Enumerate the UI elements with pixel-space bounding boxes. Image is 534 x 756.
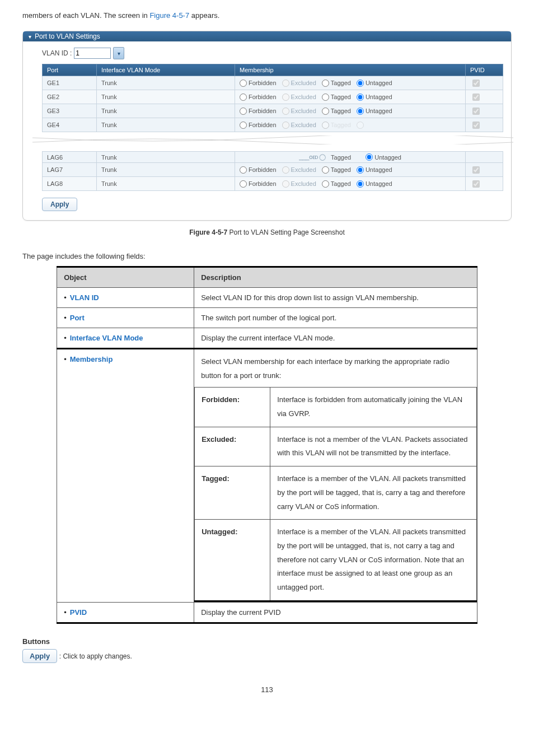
membership-item-row: Excluded:Interface is not a member of th…: [195, 427, 477, 466]
mode-cell: Trunk: [97, 104, 235, 118]
forbidden-radio[interactable]: [240, 94, 247, 101]
forbidden-radio[interactable]: [240, 108, 247, 115]
tagged-radio[interactable]: [322, 122, 329, 129]
forbidden-radio[interactable]: [240, 122, 247, 129]
pvid-checkbox: [472, 80, 480, 87]
port-cell: GE1: [43, 76, 97, 90]
forbidden-radio[interactable]: [240, 166, 247, 174]
page-number: 113: [22, 685, 512, 694]
panel-title: Port to VLAN Settings: [35, 32, 100, 40]
tagged-radio[interactable]: [322, 108, 329, 115]
pvid-cell: [466, 118, 503, 132]
membership-desc: Interface is a member of the VLAN. All p…: [270, 466, 477, 520]
excluded-radio: [282, 108, 289, 115]
col-port: Port: [43, 64, 97, 76]
pvid-cell: [466, 104, 503, 118]
intro-suffix: appears.: [189, 11, 219, 20]
fields-head-desc: Description: [194, 267, 477, 288]
forbidden-radio[interactable]: [240, 180, 247, 188]
excluded-radio: [282, 80, 289, 87]
intro-prefix: members of each VLAN. The screen in: [22, 11, 149, 20]
pvid-checkbox: [472, 108, 480, 115]
mode-cell: Trunk: [97, 76, 235, 90]
untagged-radio[interactable]: [357, 80, 364, 87]
object-desc: The switch port number of the logical po…: [194, 308, 477, 328]
fields-head-object: Object: [57, 267, 194, 288]
buttons-heading: Buttons: [22, 637, 512, 646]
membership-inner-table: Forbidden:Interface is forbidden from au…: [194, 387, 477, 601]
membership-desc: Interface is a member of the VLAN. All p…: [270, 520, 477, 601]
object-desc: Select VLAN ID for this drop down list t…: [194, 288, 477, 308]
chevron-down-icon: ▾: [118, 50, 120, 57]
pvid-checkbox: [472, 94, 480, 101]
pvid-cell: [466, 177, 503, 191]
forbidden-radio[interactable]: [240, 80, 247, 87]
membership-name: Excluded:: [195, 427, 270, 466]
untagged-radio[interactable]: [357, 108, 364, 115]
object-label: Membership: [70, 355, 113, 363]
object-label: VLAN ID: [70, 293, 99, 302]
membership-item-row: Forbidden:Interface is forbidden from au…: [195, 388, 477, 427]
apply-description: : Click to apply changes.: [59, 652, 132, 660]
table-row-partial-top: GE4 Trunk Forbidden Excluded Tagged: [43, 118, 503, 132]
col-membership: Membership: [235, 64, 466, 76]
pvid-cell: [466, 76, 503, 90]
tagged-radio[interactable]: [322, 94, 329, 101]
membership-item-row: Tagged:Interface is a member of the VLAN…: [195, 466, 477, 520]
pvid-cell: [466, 90, 503, 104]
col-mode: Interface VLAN Mode: [97, 64, 235, 76]
pvid-checkbox: [472, 180, 480, 188]
port-cell: GE2: [43, 90, 97, 104]
fields-row: •Interface VLAN Mode Display the current…: [57, 328, 477, 349]
object-desc: Display the current interface VLAN mode.: [194, 328, 477, 349]
tagged-radio[interactable]: [322, 166, 329, 174]
fields-intro: The page includes the following fields:: [22, 252, 512, 260]
vlan-settings-table: Port Interface VLAN Mode Membership PVID…: [42, 64, 503, 191]
untagged-radio[interactable]: [357, 94, 364, 101]
fields-table: Object Description •VLAN ID Select VLAN …: [57, 266, 477, 624]
membership-item-row: Untagged:Interface is a member of the VL…: [195, 520, 477, 601]
membership-cell: ⎯⎯⎯ᴏᴇᴅ ◯ Tagged Untagged: [235, 152, 466, 163]
untagged-radio[interactable]: [366, 153, 373, 161]
fields-row-membership: •Membership Select VLAN membership for e…: [57, 349, 477, 603]
vlan-id-input[interactable]: [74, 48, 111, 59]
port-to-vlan-panel: ▾ Port to VLAN Settings VLAN ID : ▾ Port…: [22, 31, 512, 221]
table-row: LAG7 Trunk Forbidden Excluded Tagged Unt…: [43, 163, 503, 177]
untagged-radio[interactable]: [357, 122, 364, 129]
table-row: GE2 Trunk Forbidden Excluded Tagged Unta…: [43, 90, 503, 104]
object-label: PVID: [70, 608, 87, 617]
membership-cell: Forbidden Excluded Tagged Untagged: [235, 104, 466, 118]
membership-cell: Forbidden Excluded Tagged Untagged: [235, 177, 466, 191]
pvid-checkbox: [472, 122, 480, 129]
port-cell: LAG7: [43, 163, 97, 177]
tagged-radio[interactable]: [322, 180, 329, 188]
page-tear: [43, 132, 503, 152]
membership-cell: Forbidden Excluded Tagged Untagged: [235, 76, 466, 90]
membership-name: Untagged:: [195, 520, 270, 601]
pvid-checkbox: [472, 166, 480, 174]
tagged-radio[interactable]: [322, 80, 329, 87]
apply-button[interactable]: Apply: [42, 198, 77, 211]
excluded-radio: [282, 180, 289, 188]
buttons-section: Buttons Apply : Click to apply changes.: [22, 637, 512, 663]
table-row: GE1 Trunk Forbidden Excluded Tagged Unta…: [43, 76, 503, 90]
figure-caption: Figure 4-5-7 Port to VLAN Setting Page S…: [22, 228, 512, 236]
collapse-icon: ▾: [29, 34, 31, 40]
mode-cell: Trunk: [97, 177, 235, 191]
pvid-cell: [466, 163, 503, 177]
mode-cell: Trunk: [97, 90, 235, 104]
membership-cell: Forbidden Excluded Tagged Untagged: [235, 90, 466, 104]
vlan-id-dropdown-button[interactable]: ▾: [113, 47, 124, 59]
panel-header[interactable]: ▾ Port to VLAN Settings: [23, 31, 511, 41]
object-label: Interface VLAN Mode: [70, 334, 143, 342]
excluded-radio: [282, 94, 289, 101]
port-cell: GE4: [43, 118, 97, 132]
mode-cell: Trunk: [97, 152, 235, 163]
intro-text: members of each VLAN. The screen in Figu…: [22, 11, 512, 20]
table-row: GE3 Trunk Forbidden Excluded Tagged Unta…: [43, 104, 503, 118]
table-row: LAG8 Trunk Forbidden Excluded Tagged Unt…: [43, 177, 503, 191]
untagged-radio[interactable]: [357, 180, 364, 188]
untagged-radio[interactable]: [357, 166, 364, 174]
membership-intro: Select VLAN membership for each interfac…: [194, 349, 477, 382]
apply-button-image[interactable]: Apply: [22, 649, 57, 663]
